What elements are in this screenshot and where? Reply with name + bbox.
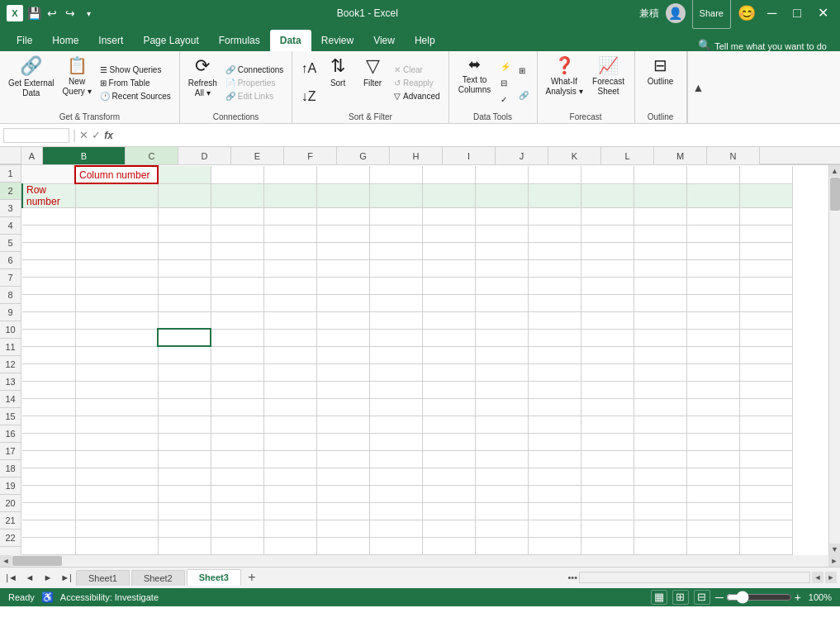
recent-sources-button[interactable]: 🕐 Recent Sources: [97, 90, 174, 102]
cell-e19[interactable]: [263, 485, 316, 502]
cell-e5[interactable]: [263, 242, 316, 259]
cell-b19[interactable]: [75, 485, 158, 502]
cell-i11[interactable]: [475, 346, 528, 363]
cell-n13[interactable]: [739, 381, 792, 398]
cell-f11[interactable]: [316, 346, 369, 363]
zoom-slider-input[interactable]: [726, 591, 792, 604]
cell-l4[interactable]: [634, 225, 686, 242]
cell-g1[interactable]: [369, 166, 422, 183]
show-queries-button[interactable]: ☰ Show Queries: [97, 64, 174, 76]
cell-b15[interactable]: [75, 416, 158, 433]
cell-n16[interactable]: [739, 433, 792, 450]
cell-g20[interactable]: [369, 502, 422, 520]
cell-a19[interactable]: [22, 485, 75, 502]
cell-e4[interactable]: [263, 225, 316, 242]
cell-c11[interactable]: [158, 346, 211, 363]
cell-c16[interactable]: [158, 433, 211, 450]
cell-j11[interactable]: [528, 346, 581, 363]
cell-l2[interactable]: [634, 183, 686, 207]
cell-n7[interactable]: [739, 277, 792, 294]
cell-k13[interactable]: [581, 381, 634, 398]
cell-m1[interactable]: [686, 166, 739, 183]
cell-h19[interactable]: [422, 485, 475, 502]
row-header-10[interactable]: 10: [0, 321, 21, 339]
row-header-3[interactable]: 3: [0, 200, 21, 217]
cell-e9[interactable]: [263, 311, 316, 329]
cell-e21[interactable]: [263, 520, 316, 537]
cell-h3[interactable]: [422, 207, 475, 225]
cell-m6[interactable]: [686, 259, 739, 277]
cell-l14[interactable]: [634, 398, 686, 416]
cell-h10[interactable]: [422, 329, 475, 346]
cell-k21[interactable]: [581, 520, 634, 537]
cell-m7[interactable]: [686, 277, 739, 294]
new-query-button[interactable]: 📋 NewQuery ▾: [59, 55, 95, 111]
cell-b1[interactable]: Column number: [75, 166, 158, 183]
cell-j18[interactable]: [528, 468, 581, 485]
cell-c10[interactable]: [158, 329, 211, 346]
cell-a6[interactable]: [22, 259, 75, 277]
cell-j13[interactable]: [528, 381, 581, 398]
cell-k14[interactable]: [581, 398, 634, 416]
cell-b13[interactable]: [75, 381, 158, 398]
minimize-button[interactable]: ─: [762, 0, 781, 26]
cell-a8[interactable]: [22, 294, 75, 311]
cell-l11[interactable]: [634, 346, 686, 363]
cell-e11[interactable]: [263, 346, 316, 363]
share-button[interactable]: Share: [692, 0, 731, 29]
cell-k8[interactable]: [581, 294, 634, 311]
cell-i7[interactable]: [475, 277, 528, 294]
cell-g5[interactable]: [369, 242, 422, 259]
cell-b3[interactable]: [75, 207, 158, 225]
cell-m20[interactable]: [686, 502, 739, 520]
cell-g21[interactable]: [369, 520, 422, 537]
cell-i17[interactable]: [475, 450, 528, 468]
cell-l13[interactable]: [634, 381, 686, 398]
cell-a7[interactable]: [22, 277, 75, 294]
cell-i16[interactable]: [475, 433, 528, 450]
cell-f17[interactable]: [316, 450, 369, 468]
formula-cancel-icon[interactable]: ✕: [79, 129, 88, 141]
cell-i20[interactable]: [475, 502, 528, 520]
cell-m10[interactable]: [686, 329, 739, 346]
cell-j7[interactable]: [528, 277, 581, 294]
cell-d11[interactable]: [211, 346, 263, 363]
cell-b9[interactable]: [75, 311, 158, 329]
sheet-tab-sheet1[interactable]: Sheet1: [76, 570, 130, 586]
cell-h11[interactable]: [422, 346, 475, 363]
cell-l6[interactable]: [634, 259, 686, 277]
row-header-1[interactable]: 1: [0, 165, 21, 183]
cell-k16[interactable]: [581, 433, 634, 450]
cell-b10[interactable]: [75, 329, 158, 346]
cell-m14[interactable]: [686, 398, 739, 416]
cell-h22[interactable]: [422, 537, 475, 554]
cell-j3[interactable]: [528, 207, 581, 225]
cell-m19[interactable]: [686, 485, 739, 502]
cell-n5[interactable]: [739, 242, 792, 259]
cell-i15[interactable]: [475, 416, 528, 433]
cell-c20[interactable]: [158, 502, 211, 520]
cell-m15[interactable]: [686, 416, 739, 433]
col-header-d[interactable]: D: [178, 147, 231, 164]
cell-n14[interactable]: [739, 398, 792, 416]
customize-icon[interactable]: ▾: [81, 6, 96, 21]
cell-a5[interactable]: [22, 242, 75, 259]
cell-n11[interactable]: [739, 346, 792, 363]
get-external-data-button[interactable]: 🔗 Get ExternalData: [5, 55, 58, 111]
cell-j9[interactable]: [528, 311, 581, 329]
cell-d14[interactable]: [211, 398, 263, 416]
cell-m22[interactable]: [686, 537, 739, 554]
cell-f5[interactable]: [316, 242, 369, 259]
cell-h8[interactable]: [422, 294, 475, 311]
scroll-down-button[interactable]: ▼: [829, 544, 841, 555]
cell-a17[interactable]: [22, 450, 75, 468]
tab-nav-last[interactable]: ►|: [58, 569, 74, 586]
col-header-a[interactable]: A: [21, 147, 43, 164]
cell-d7[interactable]: [211, 277, 263, 294]
cell-f2[interactable]: [316, 183, 369, 207]
scroll-thumb-horizontal[interactable]: [12, 556, 62, 566]
row-header-5[interactable]: 5: [0, 235, 21, 252]
cell-h14[interactable]: [422, 398, 475, 416]
cell-l9[interactable]: [634, 311, 686, 329]
cell-reference-box[interactable]: C10: [3, 128, 69, 143]
